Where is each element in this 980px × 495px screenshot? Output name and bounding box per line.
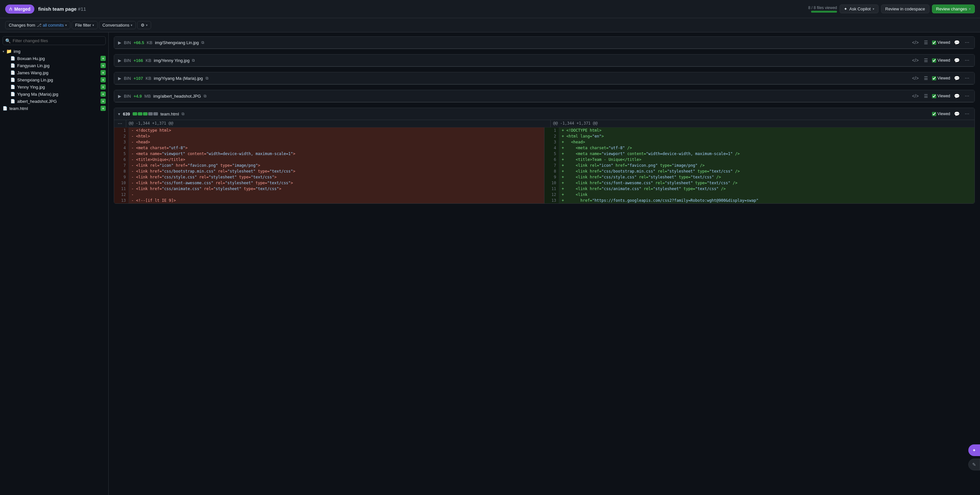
viewed-input[interactable] — [932, 58, 936, 63]
copy-icon[interactable]: ⧉ — [204, 94, 207, 98]
expand-icon[interactable]: ▾ — [118, 111, 120, 116]
line-code: + <!DOCTYPE html> — [559, 127, 604, 133]
copy-icon[interactable]: ⧉ — [201, 40, 204, 45]
sidebar-item-james[interactable]: 📄 James Wang.jpg + — [0, 69, 108, 76]
line-code: + <link rel="icon" href="favicon.png" ty… — [559, 162, 707, 168]
expand-icon[interactable]: ▶ — [118, 58, 121, 63]
line-number: 9 — [544, 174, 559, 180]
expand-icon[interactable]: ▶ — [118, 94, 121, 99]
more-button[interactable]: ⋯ — [964, 93, 970, 99]
edit-float-badge[interactable]: ✎ — [968, 459, 980, 470]
diff-line-del: 1 - <!doctype html> — [114, 127, 544, 133]
sidebar-item-albert[interactable]: 📄 albert_headshot.JPG + — [0, 98, 108, 105]
hunk-header-text-right: @@ -1,344 +1,371 @@ — [550, 120, 975, 127]
diff-line-del: 5 - <meta name="viewport" content="width… — [114, 151, 544, 157]
search-input[interactable] — [3, 36, 106, 45]
copilot-chevron-icon: ▾ — [873, 7, 874, 11]
expand-hunk-button[interactable]: ⋯ — [116, 121, 124, 126]
sidebar-item-fangyuan[interactable]: 📄 Fangyuan Lin.jpg + — [0, 62, 108, 69]
sidebar-item-yiyang[interactable]: 📄 Yiyang Ma (Maria).jpg + — [0, 91, 108, 98]
diff-stat-bin: BIN — [124, 76, 131, 81]
changes-from-label: Changes from — [9, 23, 35, 27]
open-file-button[interactable]: ☰ — [923, 39, 929, 46]
viewed-checkbox[interactable]: Viewed — [932, 76, 950, 80]
diff-stat-bin: BIN — [124, 58, 131, 63]
dot-add — [143, 112, 148, 116]
changes-from-button[interactable]: Changes from ⎇ all commits ▾ — [5, 21, 70, 29]
diff-line-add: 11 + <link href="css/animate.css" rel="s… — [544, 186, 975, 192]
more-button[interactable]: ⋯ — [964, 39, 970, 46]
line-number: 8 — [544, 168, 559, 174]
file-name: Yenny Ying.jpg — [17, 85, 45, 89]
dot-neutral — [148, 112, 153, 116]
viewed-checkbox[interactable]: Viewed — [932, 111, 950, 116]
expand-icon[interactable]: ▶ — [118, 76, 121, 81]
settings-button[interactable]: ⚙ ▾ — [137, 21, 151, 29]
file-name: Boxuan Hu.jpg — [17, 56, 45, 61]
hunk-header-row: ⋯ @@ -1,344 +1,371 @@ @@ -1,344 +1,371 @… — [114, 120, 975, 127]
settings-chevron-icon: ▾ — [146, 23, 148, 27]
viewed-input[interactable] — [932, 41, 936, 45]
comment-button[interactable]: 💬 — [953, 75, 961, 81]
more-button[interactable]: ⋯ — [964, 75, 970, 81]
open-file-button[interactable]: ☰ — [923, 93, 929, 99]
conversations-button[interactable]: Conversations ▾ — [99, 21, 136, 29]
file-icon: 📄 — [10, 99, 15, 103]
review-changes-button[interactable]: Review changes ▾ — [932, 5, 975, 13]
open-file-button[interactable]: ☰ — [923, 57, 929, 64]
viewed-input[interactable] — [932, 94, 936, 98]
viewed-checkbox[interactable]: Viewed — [932, 58, 950, 63]
comment-button[interactable]: 💬 — [953, 39, 961, 46]
sidebar-item-boxuan[interactable]: 📄 Boxuan Hu.jpg + — [0, 55, 108, 62]
diff-line-del: 7 - <link rel="icon" href="favicon.png" … — [114, 162, 544, 168]
view-code-button[interactable]: </> — [911, 39, 920, 46]
comment-button[interactable]: 💬 — [953, 93, 961, 99]
line-number: 5 — [544, 151, 559, 157]
img-folder[interactable]: ▾ 📁 img — [0, 48, 108, 55]
file-diff-team-html: ▾ 639 team.html ⧉ Viewed — [114, 108, 975, 204]
sidebar-item-team-html[interactable]: 📄 team.html + — [0, 105, 108, 112]
gear-icon: ⚙ — [141, 23, 145, 27]
copy-icon[interactable]: ⧉ — [181, 111, 185, 116]
viewed-checkbox[interactable]: Viewed — [932, 40, 950, 45]
sidebar-item-shengxiang[interactable]: 📄 Shengxiang Lin.jpg + — [0, 76, 108, 83]
diff-stat-bin: BIN — [124, 40, 131, 45]
copy-icon[interactable]: ⧉ — [192, 58, 195, 63]
search-box[interactable]: 🔍 — [3, 36, 106, 45]
line-code: - <link rel="icon" href="favicon.png" ty… — [129, 162, 262, 168]
sidebar-item-yenny[interactable]: 📄 Yenny Ying.jpg + — [0, 83, 108, 91]
progress-bar-fill — [811, 11, 837, 13]
file-icon: 📄 — [10, 92, 15, 96]
file-filter-button[interactable]: File filter ▾ — [72, 21, 98, 29]
file-diff-header: ▶ BIN +166 KB img/Yenny Ying.jpg ⧉ </> ☰… — [114, 54, 975, 67]
view-code-button[interactable]: </> — [911, 57, 920, 64]
open-file-button[interactable]: ☰ — [923, 75, 929, 81]
file-path: img/albert_headshot.JPG — [153, 94, 201, 99]
comment-button[interactable]: 💬 — [953, 111, 961, 117]
line-number: 12 — [544, 192, 559, 197]
review-codespace-button[interactable]: Review in codespace — [881, 5, 929, 13]
view-code-button[interactable]: </> — [911, 93, 920, 99]
diff-line-del: 6 - <title>Unique</title> — [114, 157, 544, 162]
toolbar: Changes from ⎇ all commits ▾ File filter… — [0, 18, 980, 32]
diff-content: ⋯ @@ -1,344 +1,371 @@ @@ -1,344 +1,371 @… — [114, 120, 975, 204]
ask-copilot-button[interactable]: ✦ Ask Copilot ▾ — [840, 5, 878, 13]
viewed-checkbox[interactable]: Viewed — [932, 94, 950, 98]
viewed-input[interactable] — [932, 76, 936, 80]
diff-line-add: 10 + <link href="css/font-awesome.css" r… — [544, 180, 975, 186]
file-icon: 📄 — [10, 70, 15, 75]
more-button[interactable]: ⋯ — [964, 57, 970, 64]
comment-button[interactable]: 💬 — [953, 57, 961, 64]
more-button[interactable]: ⋯ — [964, 111, 970, 117]
viewed-input[interactable] — [932, 112, 936, 116]
copy-icon[interactable]: ⧉ — [205, 76, 208, 80]
view-code-button[interactable]: </> — [911, 75, 920, 81]
dot-add — [138, 112, 142, 116]
line-number: 7 — [114, 162, 129, 168]
line-number: 1 — [544, 127, 559, 133]
line-number: 11 — [544, 186, 559, 192]
expand-icon[interactable]: ▶ — [118, 40, 121, 45]
copilot-float-badge[interactable]: ✦ — [968, 444, 980, 456]
file-name: Fangyuan Lin.jpg — [17, 63, 49, 68]
diff-count: 639 — [123, 111, 130, 116]
